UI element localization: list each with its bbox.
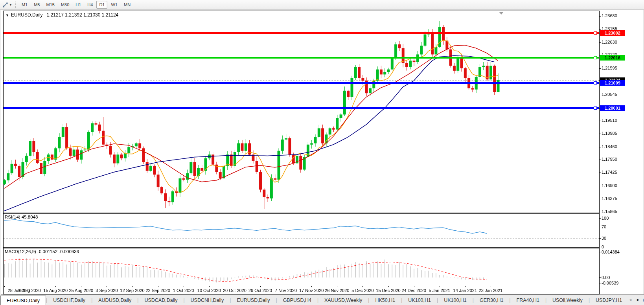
timeframe-button-m1[interactable]: M1 (19, 1, 30, 9)
chart-cursor-icon[interactable] (2, 1, 9, 8)
price-axis-label: 1.16375 (602, 196, 617, 201)
chart-tab-gbpusd-h4[interactable]: GBPUSD,H4 (277, 295, 317, 305)
timeframe-button-m5[interactable]: M5 (31, 1, 42, 9)
price-badge: 1.22016 (600, 55, 625, 61)
price-badge: 1.23002 (600, 30, 625, 36)
timeframe-button-mn[interactable]: MN (121, 1, 133, 9)
chart-tab-usdcad-daily[interactable]: USDCAD,Daily (138, 295, 183, 305)
chart-tab-uk100-h1[interactable]: UK100,H1 (438, 295, 473, 305)
chart-title-symbol: EURUSD,Daily (11, 12, 43, 18)
chart-title: ▼EURUSD,Daily1.21217 1.21392 1.21030 1.2… (6, 12, 118, 18)
date-axis-label: 23 Jan 2021 (473, 288, 509, 293)
timeframe-button-w1[interactable]: W1 (108, 1, 120, 9)
timeframe-button-m30[interactable]: M30 (58, 1, 72, 9)
price-axis-label: 1.19510 (602, 118, 617, 123)
chart-tab-uk100-h1[interactable]: UK100,H1 (402, 295, 437, 305)
macd-axis-label: 0.014384 (602, 250, 620, 254)
macd-axis-label: -0.00539 (602, 281, 618, 285)
price-axis-label: 1.22630 (602, 40, 617, 44)
price-axis-label: 1.16900 (602, 183, 617, 188)
rsi-axis-label: 70 (602, 224, 606, 229)
timeframe-button-h4[interactable]: H4 (85, 1, 96, 9)
chart-tab-eurusd-daily[interactable]: EURUSD,Daily (231, 295, 276, 305)
chart-tab-xauusd-weekly[interactable]: XAUUSD,Weekly (318, 295, 368, 305)
timeframe-toolbar: ▼ M1M5M15M30H1H4D1W1MN (0, 0, 644, 10)
chart-tab-usdchf-daily[interactable]: USDCHF,Daily (47, 295, 91, 305)
chart-tab-hk50-h1[interactable]: HK50,H1 (369, 295, 401, 305)
price-badge: 1.20001 (600, 105, 625, 111)
price-axis-label: 1.18985 (602, 131, 617, 136)
symbol-dropdown-icon[interactable]: ▼ (6, 13, 9, 17)
toolbar-grip (15, 2, 16, 8)
price-axis-label: 1.17950 (602, 157, 617, 162)
main-chart-canvas[interactable] (0, 0, 644, 305)
tab-scroll-left-icon[interactable]: ◄ (628, 298, 632, 302)
chart-tab-fra40-h1[interactable]: FRA40,H1 (511, 295, 545, 305)
chart-tab-bar: EURUSD,Daily|USDCHF,Daily|AUDUSD,Daily|U… (0, 295, 644, 305)
price-axis-label: 1.23680 (602, 13, 617, 18)
price-axis-label: 1.17425 (602, 170, 617, 175)
price-axis-label: 1.15865 (602, 209, 617, 214)
rsi-indicator-label: RSI(14) 45.8048 (5, 215, 38, 219)
rsi-axis-label: 100 (602, 216, 609, 220)
price-axis-label: 1.18460 (602, 144, 617, 149)
timeframe-button-h1[interactable]: H1 (73, 1, 84, 9)
chart-title-ohlc: 1.21217 1.21392 1.21030 1.21124 (47, 12, 119, 18)
macd-axis-label: 0.00 (602, 275, 610, 280)
timeframe-button-d1[interactable]: D1 (96, 1, 107, 9)
chart-tab-usdcnh-daily[interactable]: USDCNH,Daily (185, 295, 230, 305)
chevron-down-icon[interactable]: ▼ (9, 3, 12, 7)
rsi-axis-label: 30 (602, 236, 606, 241)
price-badge: 1.21009 (600, 80, 625, 86)
timeframe-button-m15[interactable]: M15 (43, 1, 57, 9)
chart-tab-eurusd-daily[interactable]: EURUSD,Daily (0, 296, 46, 305)
rsi-axis-label: 0 (602, 244, 604, 249)
tab-scroll-right-icon[interactable]: ► (636, 298, 640, 302)
macd-indicator-label: MACD(12,26,9) -0.001152 -0.000936 (5, 249, 79, 254)
tab-scroll-arrows: ◄ ► (626, 295, 643, 305)
chart-tab-usoil-weekly[interactable]: USOil,Weekly (546, 295, 589, 305)
price-axis-label: 1.20545 (602, 92, 617, 97)
chart-tab-usdjpy-h1[interactable]: USDJPY,H1 (590, 295, 628, 305)
price-axis-label: 1.21595 (602, 66, 617, 70)
chart-tab-audusd-daily[interactable]: AUDUSD,Daily (92, 295, 137, 305)
chart-tab-ger30-h1[interactable]: GER30,H1 (474, 295, 509, 305)
